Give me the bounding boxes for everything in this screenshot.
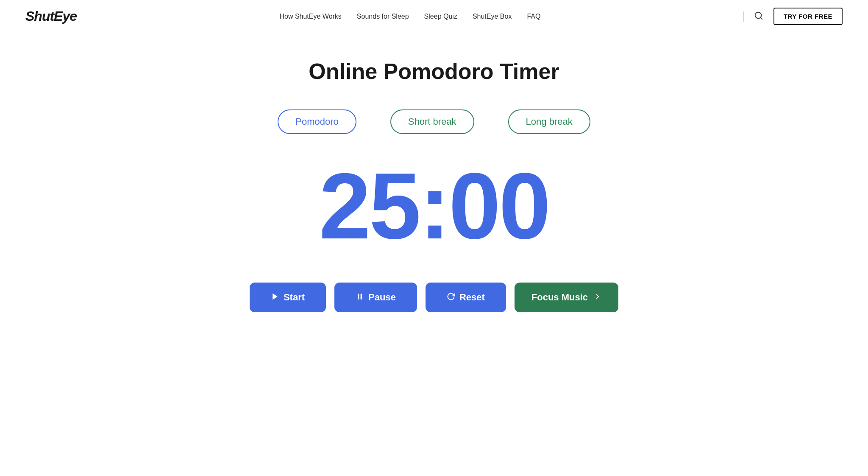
long-break-mode-button[interactable]: Long break	[508, 109, 590, 134]
pause-button[interactable]: Pause	[334, 283, 417, 312]
svg-line-1	[760, 17, 762, 19]
reset-label: Reset	[459, 292, 485, 303]
page-title: Online Pomodoro Timer	[309, 59, 559, 84]
nav-links: How ShutEye Works Sounds for Sleep Sleep…	[279, 13, 540, 20]
nav-divider	[743, 11, 744, 22]
short-break-mode-button[interactable]: Short break	[390, 109, 474, 134]
nav-link-how[interactable]: How ShutEye Works	[279, 13, 341, 20]
start-button[interactable]: Start	[250, 283, 326, 312]
navbar: ShutEye How ShutEye Works Sounds for Sle…	[0, 0, 868, 33]
pause-label: Pause	[368, 292, 396, 303]
logo: ShutEye	[25, 8, 77, 24]
start-label: Start	[284, 292, 305, 303]
nav-item-quiz[interactable]: Sleep Quiz	[424, 13, 457, 20]
search-button[interactable]	[752, 9, 765, 23]
chevron-right-icon	[594, 293, 601, 302]
search-icon	[754, 11, 763, 22]
mode-buttons: Pomodoro Short break Long break	[278, 109, 590, 134]
reset-button[interactable]: Reset	[426, 283, 506, 312]
svg-rect-3	[358, 294, 359, 299]
nav-right: TRY FOR FREE	[743, 8, 843, 25]
main-content: Online Pomodoro Timer Pomodoro Short bre…	[0, 33, 868, 346]
nav-item-how[interactable]: How ShutEye Works	[279, 13, 341, 20]
timer-display: 25:00	[319, 160, 549, 253]
nav-link-faq[interactable]: FAQ	[527, 13, 540, 20]
focus-music-button[interactable]: Focus Music	[515, 283, 618, 312]
nav-item-faq[interactable]: FAQ	[527, 13, 540, 20]
svg-rect-4	[361, 294, 362, 299]
nav-link-quiz[interactable]: Sleep Quiz	[424, 13, 457, 20]
svg-marker-2	[273, 293, 278, 300]
pause-icon	[356, 292, 364, 303]
nav-item-sounds[interactable]: Sounds for Sleep	[357, 13, 409, 20]
play-icon	[271, 292, 279, 303]
try-free-button[interactable]: TRY FOR FREE	[773, 8, 843, 25]
nav-link-box[interactable]: ShutEye Box	[473, 13, 512, 20]
nav-item-box[interactable]: ShutEye Box	[473, 13, 512, 20]
focus-music-label: Focus Music	[531, 292, 588, 303]
control-buttons: Start Pause Reset Focus Music	[250, 283, 618, 312]
pomodoro-mode-button[interactable]: Pomodoro	[278, 109, 356, 134]
nav-link-sounds[interactable]: Sounds for Sleep	[357, 13, 409, 20]
reset-icon	[447, 292, 455, 303]
